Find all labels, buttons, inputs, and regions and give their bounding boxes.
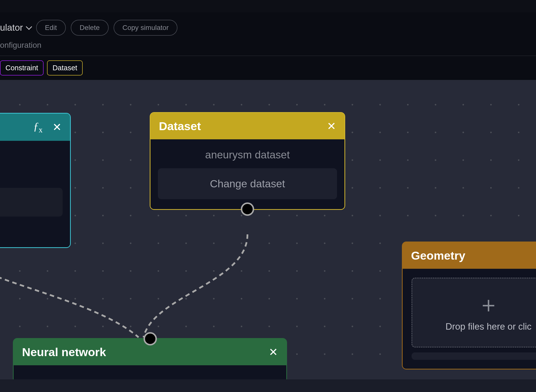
node-equation-body: tion: es tion xyxy=(0,141,70,247)
node-geometry-body: ＋ Drop files here or clic xyxy=(403,269,536,369)
close-icon[interactable]: ✕ xyxy=(52,122,62,133)
node-dataset-body: aneurysm dataset Change dataset xyxy=(150,139,344,209)
top-bar xyxy=(0,0,536,12)
config-label: onfiguration xyxy=(0,41,536,56)
node-geometry[interactable]: Geometry ＋ Drop files here or clic xyxy=(402,242,536,369)
port-output[interactable] xyxy=(241,202,254,216)
node-equation[interactable]: ƒx ✕ tion: es tion xyxy=(0,113,71,248)
node-dataset-title: Dataset xyxy=(159,119,201,133)
close-icon[interactable]: ✕ xyxy=(269,347,278,358)
chevron-down-icon xyxy=(26,24,32,30)
simulator-label: ulator xyxy=(0,23,23,33)
edit-button[interactable]: Edit xyxy=(36,20,66,36)
header-actions-row: ulator Edit Delete Copy simulator xyxy=(0,20,536,41)
tag-constraint[interactable]: Constraint xyxy=(0,60,44,75)
close-icon[interactable]: ✕ xyxy=(327,121,336,132)
equation-button[interactable]: tion xyxy=(0,188,63,217)
fx-icon: ƒx xyxy=(33,120,43,134)
dataset-name-label: aneurysm dataset xyxy=(158,146,337,168)
geometry-lower-panel xyxy=(412,352,536,360)
plus-icon: ＋ xyxy=(422,293,536,316)
node-geometry-header[interactable]: Geometry xyxy=(403,242,536,269)
node-dataset-header[interactable]: Dataset ✕ xyxy=(150,113,344,139)
node-equation-header[interactable]: ƒx ✕ xyxy=(0,114,70,141)
tag-row: Constraint Dataset xyxy=(0,56,536,80)
simulator-dropdown[interactable]: ulator xyxy=(0,23,31,33)
file-dropzone[interactable]: ＋ Drop files here or clic xyxy=(412,278,536,347)
node-nn-title: Neural network xyxy=(22,345,106,359)
copy-simulator-button[interactable]: Copy simulator xyxy=(114,20,178,36)
delete-button[interactable]: Delete xyxy=(71,20,109,36)
dropzone-text: Drop files here or clic xyxy=(422,321,536,332)
equation-text-line2: es xyxy=(0,163,63,179)
node-geometry-title: Geometry xyxy=(411,249,465,262)
header: ulator Edit Delete Copy simulator onfigu… xyxy=(0,12,536,80)
node-dataset[interactable]: Dataset ✕ aneurysm dataset Change datase… xyxy=(150,112,345,210)
port-input[interactable] xyxy=(144,332,157,345)
change-dataset-button[interactable]: Change dataset xyxy=(158,168,337,199)
node-neural-network[interactable]: Neural network ✕ xyxy=(13,338,287,379)
canvas[interactable]: ƒx ✕ tion: es tion Dataset ✕ aneurysm da… xyxy=(0,80,536,379)
equation-text-line1: tion: xyxy=(0,148,63,163)
node-nn-body xyxy=(14,365,286,379)
tag-dataset[interactable]: Dataset xyxy=(47,60,83,75)
